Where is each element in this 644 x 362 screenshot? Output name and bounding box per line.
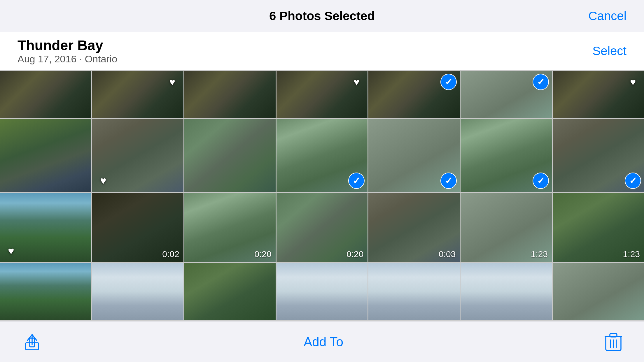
heart-icon: ♥ — [626, 75, 640, 89]
album-name: Thunder Bay — [18, 37, 117, 53]
photo-cell-1-6[interactable]: ♥ — [461, 71, 552, 118]
video-duration: 0:20 — [254, 249, 271, 259]
album-info: Thunder Bay Aug 17, 2016 · Ontario — [18, 37, 117, 65]
photo-grid: ♥♥♥♥♥♥♥0:020:200:200:031:231:23 — [0, 70, 644, 321]
photo-cell-1-7[interactable]: ♥ — [553, 71, 644, 118]
photo-cell-2-6[interactable] — [461, 119, 552, 192]
page-title: 6 Photos Selected — [269, 9, 375, 23]
photo-cell-4-6[interactable] — [461, 263, 552, 320]
photo-cell-4-3[interactable] — [184, 263, 276, 320]
selected-check-icon — [533, 173, 549, 189]
album-header: Thunder Bay Aug 17, 2016 · Ontario Selec… — [0, 32, 644, 70]
photo-cell-4-4[interactable] — [276, 263, 368, 320]
video-duration: 1:23 — [531, 249, 548, 259]
photo-cell-3-1[interactable]: ♥ — [0, 193, 91, 262]
photo-cell-1-1[interactable] — [0, 71, 91, 118]
photo-cell-3-7[interactable]: 1:23 — [553, 193, 644, 262]
photo-cell-2-7[interactable] — [553, 119, 644, 192]
photo-cell-1-4[interactable]: ♥ — [276, 71, 368, 118]
video-duration: 0:03 — [439, 249, 456, 259]
trash-icon — [605, 332, 622, 352]
heart-icon: ♥ — [165, 75, 179, 89]
cancel-button[interactable]: Cancel — [588, 9, 626, 23]
photo-cell-1-2[interactable]: ♥ — [92, 71, 183, 118]
photo-cell-3-6[interactable]: 1:23 — [461, 193, 552, 262]
video-duration: 0:02 — [162, 249, 179, 259]
photo-cell-1-3[interactable] — [184, 71, 276, 118]
photo-cell-3-5[interactable]: 0:03 — [368, 193, 460, 262]
bottom-toolbar: Add To — [0, 321, 644, 362]
add-to-button[interactable]: Add To — [304, 335, 343, 349]
album-date: Aug 17, 2016 · Ontario — [18, 53, 117, 65]
video-duration: 0:20 — [346, 249, 363, 259]
video-duration: 1:23 — [623, 249, 640, 259]
selected-check-icon — [440, 74, 457, 90]
photo-cell-4-5[interactable] — [368, 263, 460, 320]
photo-cell-3-2[interactable]: 0:02 — [92, 193, 183, 262]
photo-cell-4-7[interactable] — [553, 263, 644, 320]
photo-cell-2-2[interactable]: ♥ — [92, 119, 183, 192]
selected-check-icon — [625, 173, 641, 189]
photo-cell-2-1[interactable] — [0, 119, 91, 192]
selected-check-icon — [533, 74, 549, 90]
photo-cell-2-3[interactable] — [184, 119, 276, 192]
selected-check-icon — [440, 173, 457, 189]
photo-cell-4-1[interactable] — [0, 263, 91, 320]
photo-cell-3-3[interactable]: 0:20 — [184, 193, 276, 262]
heart-icon: ♥ — [96, 174, 110, 188]
navigation-header: 6 Photos Selected Cancel — [0, 0, 644, 32]
photo-cell-4-2[interactable] — [92, 263, 183, 320]
heart-icon: ♥ — [4, 244, 18, 258]
photo-cell-3-4[interactable]: 0:20 — [276, 193, 368, 262]
photo-cell-1-5[interactable]: ♥ — [368, 71, 460, 118]
photo-cell-2-5[interactable] — [368, 119, 460, 192]
photo-cell-2-4[interactable] — [276, 119, 368, 192]
share-button[interactable] — [20, 330, 44, 354]
heart-icon: ♥ — [349, 75, 363, 89]
delete-button[interactable] — [603, 332, 624, 352]
share-icon — [22, 332, 42, 352]
select-button[interactable]: Select — [592, 44, 626, 58]
